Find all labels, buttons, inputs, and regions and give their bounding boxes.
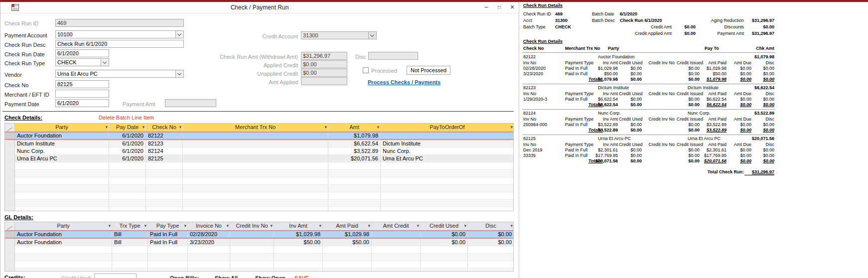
cell[interactable]: 02/28/2020 <box>188 231 230 238</box>
cell[interactable]: 6/1/2020 <box>109 133 146 139</box>
cell[interactable]: Auctor Foundation <box>15 239 112 246</box>
cell[interactable]: $0.00 <box>468 231 514 238</box>
cell[interactable]: 82122 <box>146 133 183 139</box>
minimize-button[interactable]: – <box>482 3 491 11</box>
row-selector[interactable] <box>5 140 15 147</box>
merchant-eft-id-field[interactable] <box>55 90 109 98</box>
cell[interactable]: $1,029.98 <box>274 231 323 238</box>
cell[interactable]: $50.00 <box>323 239 372 246</box>
cell[interactable]: Bill <box>112 231 148 238</box>
column-header-pay-date[interactable]: Pay Date▾ <box>109 124 146 132</box>
cell[interactable] <box>372 239 421 246</box>
show-all-button[interactable]: Show All <box>215 275 238 278</box>
cell[interactable]: $1,079.98 <box>328 133 381 139</box>
cell[interactable]: $3,522.89 <box>328 147 381 154</box>
empty-cell <box>421 269 468 272</box>
cell[interactable]: Dictum Institute <box>15 140 109 147</box>
cell[interactable]: 6/1/2020 <box>109 140 146 147</box>
report-cell: Paid In Full <box>565 97 587 102</box>
cell[interactable] <box>183 133 328 139</box>
chevron-down-icon[interactable] <box>101 59 109 66</box>
cell[interactable] <box>183 140 328 147</box>
select-all-cell[interactable] <box>5 222 15 230</box>
maximize-button[interactable]: □ <box>495 3 504 11</box>
cell[interactable] <box>372 231 421 238</box>
vendor-combo[interactable]: Urna Et Arcu PC <box>55 70 184 78</box>
credit-used-field[interactable] <box>94 274 137 278</box>
column-header-credit-inv-no[interactable]: Credit Inv No▾ <box>230 222 274 230</box>
cell[interactable]: $6,622.54 <box>328 140 381 147</box>
check-no-field[interactable]: 82125 <box>55 80 109 88</box>
row-selector[interactable] <box>5 231 15 238</box>
cell[interactable]: Urna Et Arcu PC <box>381 155 514 162</box>
cell[interactable]: Paid In Full <box>148 231 188 238</box>
cell[interactable]: $0.00 <box>421 231 468 238</box>
column-header-trx-type[interactable]: Trx Type▾ <box>112 222 148 230</box>
cell[interactable]: 6/1/2020 <box>109 155 146 162</box>
cell[interactable]: Nunc Corp. <box>381 147 514 154</box>
column-header-paytoorderof[interactable]: PayToOrderOf▾ <box>381 124 514 132</box>
cell[interactable] <box>381 133 514 139</box>
row-selector[interactable] <box>5 155 15 162</box>
save-button[interactable]: SAVE <box>294 275 309 278</box>
check-run-date-field[interactable]: 6/1/2020 <box>55 49 109 57</box>
cell[interactable]: $0.00 <box>468 239 514 246</box>
empty-cell <box>148 246 188 253</box>
cell[interactable]: 82124 <box>146 147 183 154</box>
table-row[interactable]: Auctor FoundationBillPaid In Full02/28/2… <box>5 230 513 239</box>
column-header-party[interactable]: Party▾ <box>15 222 112 230</box>
cell[interactable]: 82123 <box>146 140 183 147</box>
row-selector[interactable] <box>5 133 15 139</box>
row-selector[interactable] <box>5 147 15 154</box>
cell[interactable]: 3/23/2020 <box>188 239 230 246</box>
show-open-button[interactable]: Show Open <box>255 275 286 278</box>
cell[interactable]: Urna Et Arcu PC <box>15 155 109 162</box>
cell[interactable]: Bill <box>112 239 148 246</box>
payment-account-combo[interactable]: 10100 <box>55 30 184 38</box>
column-header-party[interactable]: Party▾ <box>15 124 109 132</box>
table-row[interactable]: Auctor FoundationBillPaid In Full3/23/20… <box>5 239 513 246</box>
cell[interactable]: Auctor Foundation <box>15 231 112 238</box>
cell[interactable] <box>230 239 274 246</box>
payment-date-field[interactable]: 6/1/2020 <box>55 99 109 107</box>
cell[interactable]: 82125 <box>146 155 183 162</box>
column-header-merchant-trx-no[interactable]: Merchant Trx No▾ <box>183 124 328 132</box>
row-selector <box>5 200 15 207</box>
column-header-check-no[interactable]: Check No▾ <box>146 124 183 132</box>
column-header-amt[interactable]: Amt▾ <box>328 124 381 132</box>
cell[interactable]: Dictum Institute <box>381 140 514 147</box>
column-header-pay-type[interactable]: Pay Type▾ <box>148 222 188 230</box>
column-header-credit-used[interactable]: Credit Used▾ <box>421 222 468 230</box>
delete-batch-line-item-button[interactable]: Delete Batch Line Item <box>99 115 154 121</box>
check-run-type-combo[interactable]: CHECK <box>55 58 109 66</box>
table-row[interactable]: Nunc Corp.6/1/202082124$3,522.89Nunc Cor… <box>5 147 513 155</box>
row-selector[interactable] <box>5 239 15 246</box>
cell[interactable] <box>183 155 328 162</box>
processed-checkbox[interactable] <box>363 67 369 73</box>
table-row[interactable]: Auctor Foundation6/1/202082122$1,079.98 <box>5 132 513 140</box>
cell[interactable]: Auctor Foundation <box>15 133 109 139</box>
cell[interactable]: $50.00 <box>274 239 323 246</box>
cell[interactable]: $1,029.98 <box>323 231 372 238</box>
table-row[interactable]: Urna Et Arcu PC6/1/202082125$20,071.56Ur… <box>5 155 513 162</box>
column-header-amt-credit[interactable]: Amt Credit▾ <box>372 222 421 230</box>
close-button[interactable]: × <box>508 3 517 11</box>
cell[interactable]: $20,071.56 <box>328 155 381 162</box>
titlebar[interactable]: Check / Payment Run – □ × <box>0 2 519 13</box>
cell[interactable]: 6/1/2020 <box>109 147 146 154</box>
column-header-amt-paid[interactable]: Amt Paid▾ <box>323 222 372 230</box>
chevron-down-icon[interactable] <box>175 31 183 38</box>
column-header-inv-amt[interactable]: Inv Amt▾ <box>274 222 323 230</box>
select-all-cell[interactable] <box>5 124 15 132</box>
chevron-down-icon[interactable] <box>175 70 183 77</box>
cell[interactable]: Nunc Corp. <box>15 147 109 154</box>
cell[interactable] <box>230 231 274 238</box>
table-row[interactable]: Dictum Institute6/1/202082123$6,622.54Di… <box>5 140 513 147</box>
column-header-disc[interactable]: Disc▾ <box>468 222 514 230</box>
cell[interactable]: $0.00 <box>421 239 468 246</box>
column-header-invoice-no[interactable]: Invoice No▾ <box>188 222 230 230</box>
process-checks-payments-link[interactable]: Process Checks / Payments <box>368 79 440 85</box>
check-run-desc-field[interactable]: Check Run 6/1/2020 <box>55 40 184 48</box>
cell[interactable]: Paid In Full <box>148 239 188 246</box>
cell[interactable] <box>183 147 328 154</box>
